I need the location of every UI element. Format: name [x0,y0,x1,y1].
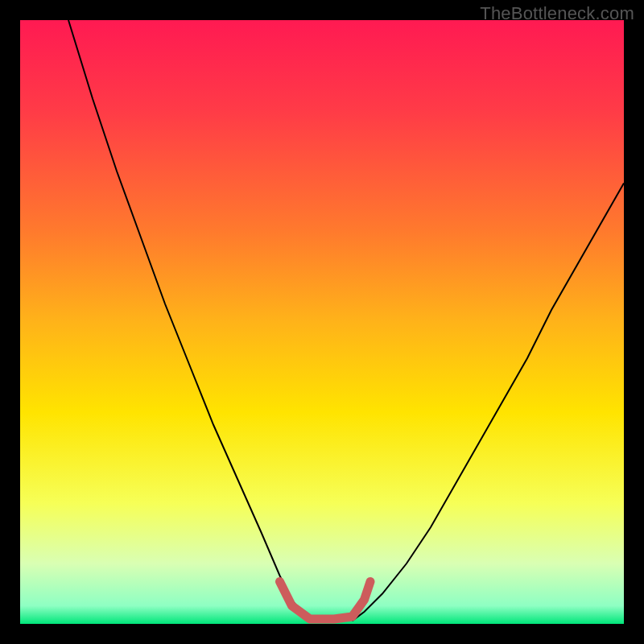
plot-background [20,20,624,624]
chart-container: TheBottleneck.com [0,0,644,644]
watermark-text: TheBottleneck.com [480,3,634,24]
bottleneck-chart [0,0,644,644]
